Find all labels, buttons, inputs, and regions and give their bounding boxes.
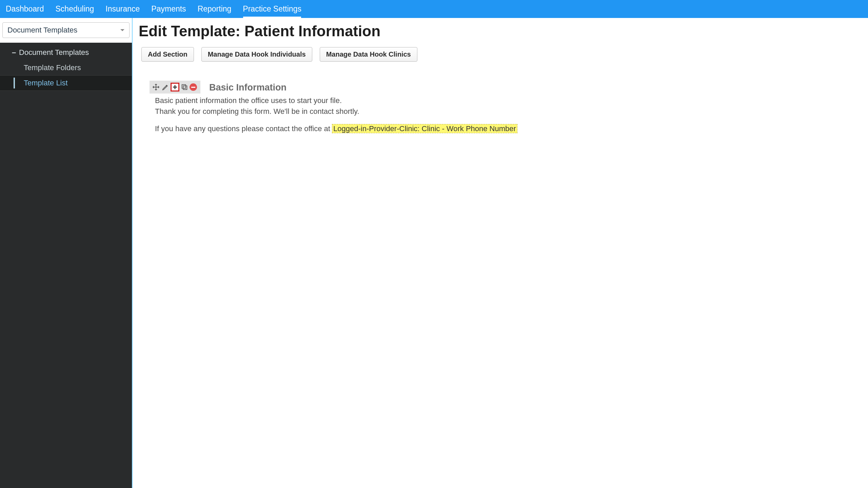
tab-insurance[interactable]: Insurance <box>100 0 145 18</box>
main-content: Edit Template: Patient Information Add S… <box>133 18 868 488</box>
tree-item-template-list[interactable]: Template List <box>0 75 132 91</box>
sidebar-tree: – Document Templates Template Folders Te… <box>0 43 132 91</box>
top-nav: Dashboard Scheduling Insurance Payments … <box>0 0 868 18</box>
template-section: Basic Information Basic patient informat… <box>150 81 863 134</box>
sidebar-header: Document Templates <box>0 18 132 43</box>
tab-label: Dashboard <box>6 4 44 14</box>
svg-rect-3 <box>182 85 186 88</box>
section-body: Basic patient information the office use… <box>155 96 863 134</box>
tab-payments[interactable]: Payments <box>145 0 192 18</box>
edit-icon[interactable] <box>161 83 170 92</box>
tab-label: Insurance <box>105 4 140 14</box>
section-text-line: If you have any questions please contact… <box>155 124 863 134</box>
tab-label: Scheduling <box>56 4 94 14</box>
sidebar-category-select[interactable]: Document Templates <box>2 22 130 38</box>
section-title: Basic Information <box>209 82 287 94</box>
tab-practice-settings[interactable]: Practice Settings <box>237 0 307 18</box>
tree-item-template-folders[interactable]: Template Folders <box>0 60 132 75</box>
plus-icon[interactable] <box>171 83 179 92</box>
section-tool-strip <box>150 81 200 94</box>
svg-rect-2 <box>183 86 187 89</box>
manage-data-hook-individuals-button[interactable]: Manage Data Hook Individuals <box>201 47 312 62</box>
section-text-line: Thank you for completing this form. We'l… <box>155 106 863 117</box>
section-text-line: Basic patient information the office use… <box>155 96 863 106</box>
collapse-icon: – <box>12 48 16 57</box>
tab-dashboard[interactable]: Dashboard <box>0 0 50 18</box>
tree-item-label: Template List <box>24 79 68 87</box>
manage-data-hook-clinics-button[interactable]: Manage Data Hook Clinics <box>320 47 417 62</box>
tree-item-label: Template Folders <box>24 63 81 72</box>
copy-icon[interactable] <box>180 83 189 92</box>
sidebar: Document Templates – Document Templates … <box>0 18 133 488</box>
tab-scheduling[interactable]: Scheduling <box>50 0 100 18</box>
tree-root-label: Document Templates <box>19 48 89 57</box>
tab-label: Payments <box>151 4 186 14</box>
minus-icon[interactable] <box>190 83 197 91</box>
add-section-button[interactable]: Add Section <box>141 47 194 62</box>
data-hook-token[interactable]: Logged-in-Provider-Clinic: Clinic - Work… <box>332 124 517 133</box>
page-title: Edit Template: Patient Information <box>139 23 868 40</box>
tab-reporting[interactable]: Reporting <box>192 0 237 18</box>
chevron-down-icon <box>120 29 124 31</box>
move-icon[interactable] <box>152 83 160 92</box>
template-toolbar: Add Section Manage Data Hook Individuals… <box>141 47 868 62</box>
sidebar-select-label: Document Templates <box>7 26 77 35</box>
tab-label: Reporting <box>198 4 232 14</box>
section-text-prefix: If you have any questions please contact… <box>155 124 332 133</box>
tree-root-document-templates[interactable]: – Document Templates <box>0 45 132 60</box>
tab-label: Practice Settings <box>243 4 301 14</box>
